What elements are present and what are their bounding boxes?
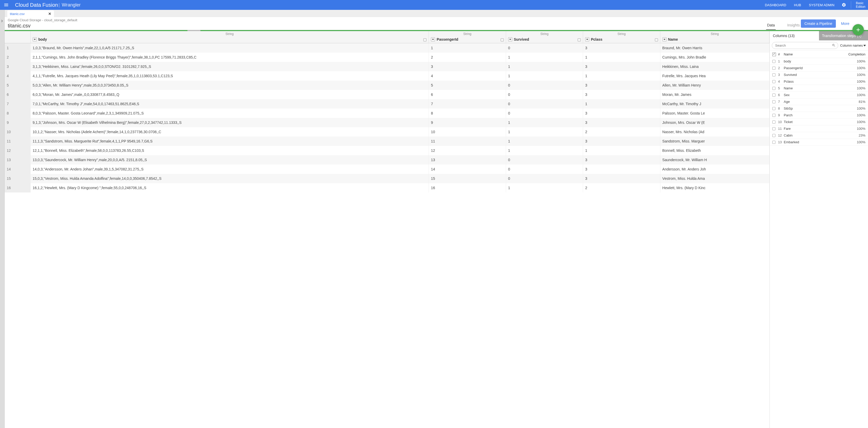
column-names-dropdown[interactable]: Column names [840,43,866,47]
column-list-item[interactable]: 3Survived100% [770,71,868,78]
column-checkbox[interactable] [772,121,775,124]
column-list-item[interactable]: 5Name100% [770,85,868,92]
cell-passengerid: 5 [429,80,506,90]
cell-pclass: 1 [583,53,660,62]
column-list-item[interactable]: 6Sex100% [770,92,868,98]
column-completion: 100% [857,127,865,131]
column-checkbox[interactable] [772,114,775,117]
file-tab[interactable]: titanic.csv ✕ [7,10,54,17]
column-checkbox[interactable] [772,73,775,76]
col-type-label: String [431,32,503,36]
column-list-item[interactable]: 10Ticket100% [770,119,868,125]
column-checkbox[interactable] [655,38,658,41]
column-index: 2 [778,66,784,70]
tab-data[interactable]: Data [766,21,776,30]
table-row[interactable]: 1515,0,3,"Vestrom, Miss. Hulda Amanda Ad… [5,174,770,183]
table-row[interactable]: 77,0,1,"McCarthy, Mr. Timothy J",male,54… [5,99,770,108]
column-checkbox[interactable] [578,38,581,41]
view-tabs: Data Insights [766,21,801,30]
page-title: titanic.csv [8,23,766,29]
column-menu-icon[interactable] [662,37,666,41]
column-completion: 100% [857,106,865,110]
column-checkbox[interactable] [772,80,775,83]
expand-sidebar-handle[interactable] [0,10,5,428]
table-row[interactable]: 55,0,3,"Allen, Mr. William Henry",male,3… [5,80,770,90]
column-menu-icon[interactable] [585,37,589,41]
add-fab-button[interactable] [852,24,864,35]
column-checkbox[interactable] [772,100,775,103]
tab-columns[interactable]: Columns (13) [770,31,819,40]
column-checkbox[interactable] [501,38,504,41]
row-number: 2 [5,53,30,62]
column-index: 5 [778,86,784,90]
cell-body: 12,1,1,"Bonnell, Miss. Elizabeth",female… [30,146,429,155]
grid-header-rownum [5,31,30,43]
nav-hub[interactable]: HUB [794,3,801,7]
table-row[interactable]: 33,1,3,"Heikkinen, Miss. Laina",female,2… [5,62,770,71]
hamburger-menu-icon[interactable] [3,1,10,8]
columns-list[interactable]: 1body100%2PassengerId100%3Survived100%4P… [770,58,868,428]
column-list-item[interactable]: 13Embarked100% [770,139,868,145]
column-list-item[interactable]: 7Age81% [770,98,868,105]
column-checkbox[interactable] [772,60,775,63]
table-row[interactable]: 1414,0,3,"Andersson, Mr. Anders Johan",m… [5,165,770,174]
column-name: PassengerId [784,66,857,70]
search-input[interactable] [772,42,838,49]
settings-gear-icon[interactable] [842,3,846,7]
column-checkbox[interactable] [772,87,775,90]
column-index: 3 [778,73,784,77]
table-row[interactable]: 11,0,3,"Braund, Mr. Owen Harris",male,22… [5,43,770,53]
data-grid-wrap[interactable]: String body String PassengerId [5,31,770,428]
column-index: 4 [778,79,784,84]
column-list-item[interactable]: 4Pclass100% [770,78,868,85]
cell-survived: 0 [506,99,583,108]
column-list-item[interactable]: 8SibSp100% [770,105,868,112]
close-tab-icon[interactable]: ✕ [48,12,51,16]
select-all-checkbox[interactable] [772,53,776,56]
table-row[interactable]: 99,1,3,"Johnson, Mrs. Oscar W (Elisabeth… [5,118,770,127]
column-checkbox[interactable] [772,67,775,70]
create-pipeline-button[interactable]: Create a Pipeline [801,20,836,28]
col-type-label: String [33,32,427,36]
column-list-item[interactable]: 11Fare100% [770,125,868,132]
column-menu-icon[interactable] [431,37,435,41]
table-row[interactable]: 1313,0,3,"Saundercock, Mr. William Henry… [5,155,770,165]
column-list-item[interactable]: 9Parch100% [770,112,868,119]
side-panel: Columns (13) Transformation steps (1) Co… [770,31,868,428]
nav-dashboard[interactable]: DASHBOARD [765,3,786,7]
column-menu-icon[interactable] [508,37,512,41]
cell-survived: 1 [506,118,583,127]
table-row[interactable]: 88,0,3,"Palsson, Master. Gosta Leonard",… [5,108,770,118]
cell-body: 14,0,3,"Andersson, Mr. Anders Johan",mal… [30,165,429,174]
column-checkbox[interactable] [423,38,427,41]
column-checkbox[interactable] [772,127,775,130]
column-checkbox[interactable] [772,134,775,137]
table-row[interactable]: 1111,1,3,"Sandstrom, Miss. Marguerite Ru… [5,136,770,146]
table-row[interactable]: 1010,1,2,"Nasser, Mrs. Nicholas (Adele A… [5,127,770,136]
table-row[interactable]: 22,1,1,"Cumings, Mrs. John Bradley (Flor… [5,53,770,62]
table-row[interactable]: 1212,1,1,"Bonnell, Miss. Elizabeth",fema… [5,146,770,155]
column-index: 1 [778,59,784,63]
column-completion: 100% [857,86,865,90]
column-name: Cabin [784,133,859,137]
table-row[interactable]: 44,1,1,"Futrelle, Mrs. Jacques Heath (Li… [5,71,770,80]
table-row[interactable]: 66,0,3,"Moran, Mr. James",male,,0,0,3308… [5,90,770,99]
col-type-label: String [662,32,767,36]
column-checkbox[interactable] [772,94,775,97]
column-list-item[interactable]: 1body100% [770,58,868,65]
column-checkbox[interactable] [772,107,775,110]
cell-pclass: 3 [583,174,660,183]
column-index: 7 [778,100,784,104]
column-list-item[interactable]: 2PassengerId100% [770,65,868,71]
column-name: Sex [784,93,857,97]
column-checkbox[interactable] [772,141,775,144]
column-completion: 81% [859,100,865,104]
column-list-item[interactable]: 12Cabin23% [770,132,868,139]
side-panel-search-row: Column names [770,40,868,51]
column-menu-icon[interactable] [33,37,37,41]
nav-system-admin[interactable]: SYSTEM ADMIN [809,3,834,7]
more-link[interactable]: More [841,22,849,26]
tab-insights[interactable]: Insights [786,21,801,30]
table-row[interactable]: 1616,1,2,"Hewlett, Mrs. (Mary D Kingcome… [5,183,770,193]
cell-pclass: 3 [583,62,660,71]
